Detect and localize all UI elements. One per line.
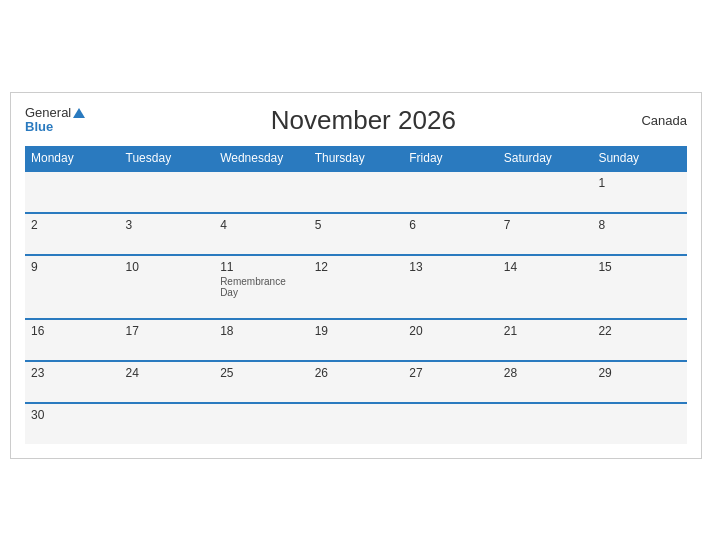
day-number: 15	[598, 260, 681, 274]
calendar-cell: 30	[25, 403, 120, 444]
calendar-cell: 28	[498, 361, 593, 403]
day-number: 3	[126, 218, 209, 232]
calendar-cell: 25	[214, 361, 309, 403]
day-number: 24	[126, 366, 209, 380]
calendar-cell: 21	[498, 319, 593, 361]
calendar-cell: 17	[120, 319, 215, 361]
calendar-title: November 2026	[85, 105, 641, 136]
day-number: 14	[504, 260, 587, 274]
logo-triangle-icon	[73, 108, 85, 118]
calendar-cell	[214, 403, 309, 444]
calendar-cell: 22	[592, 319, 687, 361]
week-row-4: 16171819202122	[25, 319, 687, 361]
calendar-cell: 10	[120, 255, 215, 319]
day-number: 10	[126, 260, 209, 274]
calendar-cell: 29	[592, 361, 687, 403]
calendar-cell	[498, 403, 593, 444]
calendar-cell: 9	[25, 255, 120, 319]
day-number: 21	[504, 324, 587, 338]
column-header-tuesday: Tuesday	[120, 146, 215, 171]
calendar-table: MondayTuesdayWednesdayThursdayFridaySatu…	[25, 146, 687, 444]
column-header-saturday: Saturday	[498, 146, 593, 171]
day-number: 6	[409, 218, 492, 232]
column-header-friday: Friday	[403, 146, 498, 171]
day-number: 11	[220, 260, 303, 274]
calendar-cell	[309, 171, 404, 213]
calendar-cell	[25, 171, 120, 213]
calendar-cell: 19	[309, 319, 404, 361]
calendar-cell: 14	[498, 255, 593, 319]
day-number: 28	[504, 366, 587, 380]
calendar-cell: 7	[498, 213, 593, 255]
week-row-3: 91011Remembrance Day12131415	[25, 255, 687, 319]
day-number: 5	[315, 218, 398, 232]
calendar-cell: 16	[25, 319, 120, 361]
day-number: 9	[31, 260, 114, 274]
calendar-cell	[120, 403, 215, 444]
calendar-container: General Blue November 2026 Canada Monday…	[10, 92, 702, 459]
calendar-cell: 11Remembrance Day	[214, 255, 309, 319]
day-number: 27	[409, 366, 492, 380]
calendar-cell	[498, 171, 593, 213]
day-number: 29	[598, 366, 681, 380]
day-number: 22	[598, 324, 681, 338]
day-number: 7	[504, 218, 587, 232]
calendar-cell: 27	[403, 361, 498, 403]
column-header-thursday: Thursday	[309, 146, 404, 171]
calendar-cell: 6	[403, 213, 498, 255]
calendar-cell	[592, 403, 687, 444]
logo-blue-text: Blue	[25, 120, 85, 134]
day-number: 1	[598, 176, 681, 190]
calendar-cell: 5	[309, 213, 404, 255]
day-number: 19	[315, 324, 398, 338]
day-number: 12	[315, 260, 398, 274]
calendar-cell	[403, 171, 498, 213]
calendar-cell: 26	[309, 361, 404, 403]
calendar-cell	[309, 403, 404, 444]
calendar-cell: 1	[592, 171, 687, 213]
column-header-monday: Monday	[25, 146, 120, 171]
holiday-label: Remembrance Day	[220, 276, 303, 298]
day-number: 2	[31, 218, 114, 232]
week-row-6: 30	[25, 403, 687, 444]
calendar-header-row: MondayTuesdayWednesdayThursdayFridaySatu…	[25, 146, 687, 171]
calendar-cell: 12	[309, 255, 404, 319]
day-number: 26	[315, 366, 398, 380]
calendar-header: General Blue November 2026 Canada	[25, 105, 687, 136]
calendar-cell: 23	[25, 361, 120, 403]
day-number: 20	[409, 324, 492, 338]
day-number: 18	[220, 324, 303, 338]
day-number: 17	[126, 324, 209, 338]
week-row-2: 2345678	[25, 213, 687, 255]
calendar-country: Canada	[641, 113, 687, 128]
day-number: 13	[409, 260, 492, 274]
column-header-sunday: Sunday	[592, 146, 687, 171]
calendar-cell: 20	[403, 319, 498, 361]
calendar-cell	[120, 171, 215, 213]
day-number: 30	[31, 408, 114, 422]
logo: General Blue	[25, 106, 85, 135]
calendar-cell: 4	[214, 213, 309, 255]
column-header-wednesday: Wednesday	[214, 146, 309, 171]
calendar-cell	[403, 403, 498, 444]
calendar-cell: 18	[214, 319, 309, 361]
calendar-cell: 24	[120, 361, 215, 403]
calendar-cell: 8	[592, 213, 687, 255]
day-number: 23	[31, 366, 114, 380]
calendar-cell: 3	[120, 213, 215, 255]
day-number: 25	[220, 366, 303, 380]
calendar-cell: 13	[403, 255, 498, 319]
week-row-5: 23242526272829	[25, 361, 687, 403]
day-number: 8	[598, 218, 681, 232]
calendar-cell: 15	[592, 255, 687, 319]
week-row-1: 1	[25, 171, 687, 213]
day-number: 16	[31, 324, 114, 338]
calendar-cell	[214, 171, 309, 213]
calendar-cell: 2	[25, 213, 120, 255]
logo-general-text: General	[25, 106, 85, 120]
day-number: 4	[220, 218, 303, 232]
